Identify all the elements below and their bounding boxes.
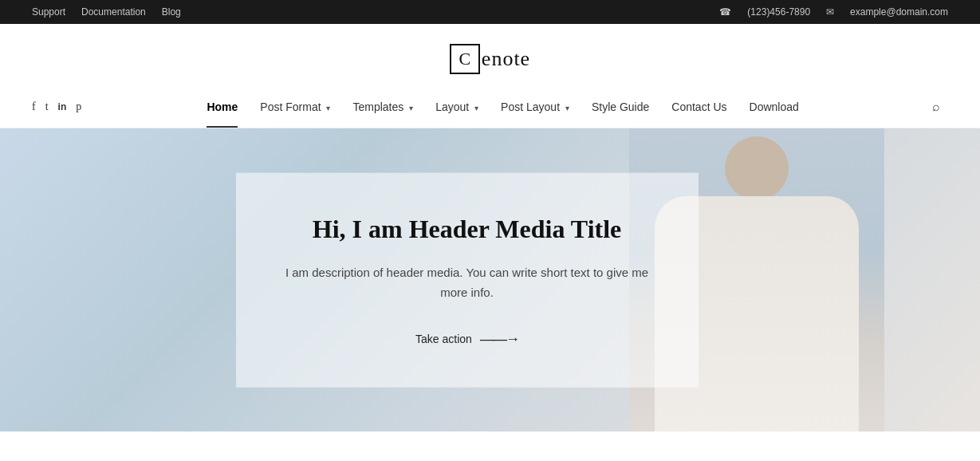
phone-number: (123)456-7890 [747,6,810,18]
top-bar-left: Support Documentation Blog [32,6,181,18]
hero-cta-button[interactable]: Take action ——→ [284,330,651,347]
nav-item-templates[interactable]: Templates ▾ [341,86,424,128]
support-link[interactable]: Support [32,6,65,18]
nav-item-style-guide[interactable]: Style Guide [581,86,660,128]
top-bar-right: ☎ (123)456-7890 ✉ example@domain.com [719,6,948,18]
hero-overlay-box: Hi, I am Header Media Title I am descrip… [236,173,699,388]
email-address: example@domain.com [850,6,948,18]
logo-c-box: C [450,44,480,74]
nav-item-layout[interactable]: Layout ▾ [424,86,490,128]
facebook-icon[interactable]: f [32,100,36,113]
nav-link-contact-us[interactable]: Contact Us [660,86,738,128]
nav-link-style-guide[interactable]: Style Guide [581,86,660,128]
email-icon: ✉ [826,6,834,18]
nav-link-layout[interactable]: Layout ▾ [424,86,490,128]
nav-item-post-format[interactable]: Post Format ▾ [249,86,341,128]
nav-item-download[interactable]: Download [738,86,810,128]
nav-area: f t in p Home Post Format ▾ Templates ▾ … [0,86,980,128]
search-icon[interactable]: ⌕ [924,92,948,122]
logo-name: enote [482,47,530,71]
nav-item-home[interactable]: Home [195,86,249,128]
dropdown-arrow: ▾ [474,104,478,112]
hero-description: I am description of header media. You ca… [284,262,651,302]
pinterest-icon[interactable]: p [76,100,81,113]
main-nav: Home Post Format ▾ Templates ▾ Layout ▾ … [195,86,809,128]
nav-link-download[interactable]: Download [738,86,810,128]
hero-cta-arrow: ——→ [480,330,518,347]
top-bar: Support Documentation Blog ☎ (123)456-78… [0,0,980,24]
linkedin-icon[interactable]: in [58,101,67,112]
nav-link-templates[interactable]: Templates ▾ [341,86,424,128]
nav-item-post-layout[interactable]: Post Layout ▾ [490,86,581,128]
logo-area: C enote [0,24,980,86]
dropdown-arrow: ▾ [326,104,330,112]
twitter-icon[interactable]: t [45,100,49,113]
logo[interactable]: C enote [450,44,530,74]
nav-link-post-format[interactable]: Post Format ▾ [249,86,341,128]
nav-link-post-layout[interactable]: Post Layout ▾ [490,86,581,128]
blog-link[interactable]: Blog [162,6,181,18]
hero-title: Hi, I am Header Media Title [284,213,651,246]
dropdown-arrow: ▾ [409,104,413,112]
hero-section: Hi, I am Header Media Title I am descrip… [0,128,980,431]
documentation-link[interactable]: Documentation [81,6,146,18]
dropdown-arrow: ▾ [565,104,569,112]
social-icons: f t in p [32,100,81,113]
nav-link-home[interactable]: Home [195,86,249,128]
phone-icon: ☎ [719,6,731,18]
nav-item-contact-us[interactable]: Contact Us [660,86,738,128]
hero-cta-label: Take action [415,333,472,345]
